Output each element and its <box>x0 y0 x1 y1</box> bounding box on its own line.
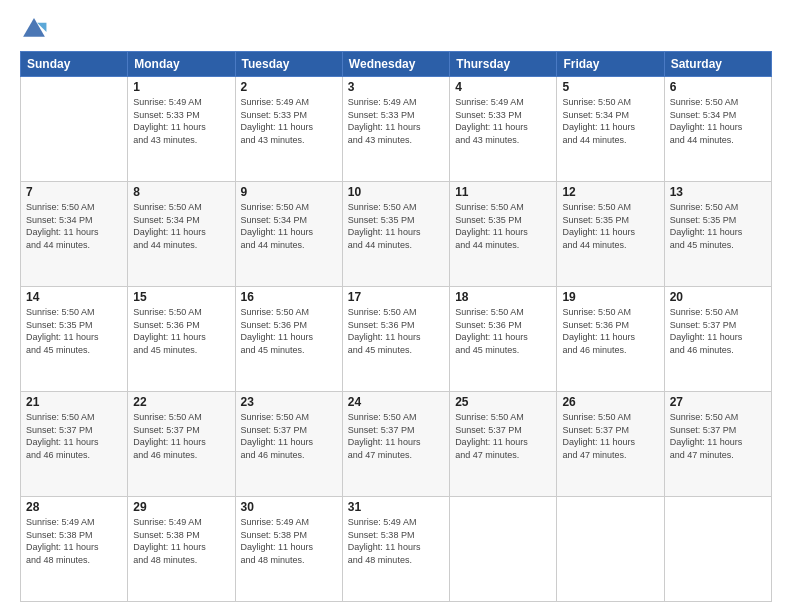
calendar-cell: 25Sunrise: 5:50 AM Sunset: 5:37 PM Dayli… <box>450 392 557 497</box>
page: SundayMondayTuesdayWednesdayThursdayFrid… <box>0 0 792 612</box>
day-number: 2 <box>241 80 337 94</box>
day-info: Sunrise: 5:50 AM Sunset: 5:35 PM Dayligh… <box>348 201 444 251</box>
calendar-week-3: 14Sunrise: 5:50 AM Sunset: 5:35 PM Dayli… <box>21 287 772 392</box>
day-info: Sunrise: 5:49 AM Sunset: 5:33 PM Dayligh… <box>133 96 229 146</box>
day-info: Sunrise: 5:50 AM Sunset: 5:36 PM Dayligh… <box>348 306 444 356</box>
day-number: 11 <box>455 185 551 199</box>
day-number: 9 <box>241 185 337 199</box>
calendar-cell: 15Sunrise: 5:50 AM Sunset: 5:36 PM Dayli… <box>128 287 235 392</box>
day-number: 1 <box>133 80 229 94</box>
day-info: Sunrise: 5:50 AM Sunset: 5:34 PM Dayligh… <box>133 201 229 251</box>
day-number: 4 <box>455 80 551 94</box>
day-number: 3 <box>348 80 444 94</box>
day-number: 12 <box>562 185 658 199</box>
day-info: Sunrise: 5:50 AM Sunset: 5:34 PM Dayligh… <box>562 96 658 146</box>
calendar-cell <box>21 77 128 182</box>
day-info: Sunrise: 5:50 AM Sunset: 5:35 PM Dayligh… <box>562 201 658 251</box>
day-info: Sunrise: 5:50 AM Sunset: 5:36 PM Dayligh… <box>241 306 337 356</box>
calendar-cell: 3Sunrise: 5:49 AM Sunset: 5:33 PM Daylig… <box>342 77 449 182</box>
day-info: Sunrise: 5:50 AM Sunset: 5:37 PM Dayligh… <box>133 411 229 461</box>
day-info: Sunrise: 5:49 AM Sunset: 5:38 PM Dayligh… <box>26 516 122 566</box>
calendar-cell: 7Sunrise: 5:50 AM Sunset: 5:34 PM Daylig… <box>21 182 128 287</box>
calendar-cell: 31Sunrise: 5:49 AM Sunset: 5:38 PM Dayli… <box>342 497 449 602</box>
calendar-cell: 11Sunrise: 5:50 AM Sunset: 5:35 PM Dayli… <box>450 182 557 287</box>
day-info: Sunrise: 5:50 AM Sunset: 5:35 PM Dayligh… <box>26 306 122 356</box>
day-info: Sunrise: 5:49 AM Sunset: 5:33 PM Dayligh… <box>455 96 551 146</box>
calendar-cell: 30Sunrise: 5:49 AM Sunset: 5:38 PM Dayli… <box>235 497 342 602</box>
calendar-cell <box>450 497 557 602</box>
calendar-week-1: 1Sunrise: 5:49 AM Sunset: 5:33 PM Daylig… <box>21 77 772 182</box>
calendar-table: SundayMondayTuesdayWednesdayThursdayFrid… <box>20 51 772 602</box>
day-info: Sunrise: 5:50 AM Sunset: 5:34 PM Dayligh… <box>241 201 337 251</box>
day-number: 27 <box>670 395 766 409</box>
calendar-cell: 13Sunrise: 5:50 AM Sunset: 5:35 PM Dayli… <box>664 182 771 287</box>
calendar-cell: 4Sunrise: 5:49 AM Sunset: 5:33 PM Daylig… <box>450 77 557 182</box>
calendar-cell: 17Sunrise: 5:50 AM Sunset: 5:36 PM Dayli… <box>342 287 449 392</box>
day-info: Sunrise: 5:50 AM Sunset: 5:37 PM Dayligh… <box>26 411 122 461</box>
calendar-cell: 8Sunrise: 5:50 AM Sunset: 5:34 PM Daylig… <box>128 182 235 287</box>
day-number: 6 <box>670 80 766 94</box>
header <box>20 15 772 43</box>
logo <box>20 15 52 43</box>
day-number: 21 <box>26 395 122 409</box>
day-number: 20 <box>670 290 766 304</box>
col-header-monday: Monday <box>128 52 235 77</box>
day-info: Sunrise: 5:49 AM Sunset: 5:33 PM Dayligh… <box>241 96 337 146</box>
calendar-cell: 6Sunrise: 5:50 AM Sunset: 5:34 PM Daylig… <box>664 77 771 182</box>
day-info: Sunrise: 5:50 AM Sunset: 5:36 PM Dayligh… <box>562 306 658 356</box>
calendar-cell: 22Sunrise: 5:50 AM Sunset: 5:37 PM Dayli… <box>128 392 235 497</box>
day-number: 31 <box>348 500 444 514</box>
header-row: SundayMondayTuesdayWednesdayThursdayFrid… <box>21 52 772 77</box>
day-number: 25 <box>455 395 551 409</box>
day-info: Sunrise: 5:50 AM Sunset: 5:36 PM Dayligh… <box>133 306 229 356</box>
day-info: Sunrise: 5:49 AM Sunset: 5:38 PM Dayligh… <box>348 516 444 566</box>
calendar-cell: 19Sunrise: 5:50 AM Sunset: 5:36 PM Dayli… <box>557 287 664 392</box>
day-number: 23 <box>241 395 337 409</box>
day-number: 29 <box>133 500 229 514</box>
col-header-tuesday: Tuesday <box>235 52 342 77</box>
calendar-week-5: 28Sunrise: 5:49 AM Sunset: 5:38 PM Dayli… <box>21 497 772 602</box>
day-number: 22 <box>133 395 229 409</box>
day-number: 14 <box>26 290 122 304</box>
calendar-week-2: 7Sunrise: 5:50 AM Sunset: 5:34 PM Daylig… <box>21 182 772 287</box>
calendar-cell: 24Sunrise: 5:50 AM Sunset: 5:37 PM Dayli… <box>342 392 449 497</box>
calendar-cell: 16Sunrise: 5:50 AM Sunset: 5:36 PM Dayli… <box>235 287 342 392</box>
calendar-cell <box>664 497 771 602</box>
day-number: 13 <box>670 185 766 199</box>
day-number: 16 <box>241 290 337 304</box>
day-number: 19 <box>562 290 658 304</box>
day-number: 18 <box>455 290 551 304</box>
calendar-cell: 21Sunrise: 5:50 AM Sunset: 5:37 PM Dayli… <box>21 392 128 497</box>
logo-icon <box>20 15 48 43</box>
day-info: Sunrise: 5:49 AM Sunset: 5:38 PM Dayligh… <box>241 516 337 566</box>
day-info: Sunrise: 5:50 AM Sunset: 5:37 PM Dayligh… <box>348 411 444 461</box>
calendar-week-4: 21Sunrise: 5:50 AM Sunset: 5:37 PM Dayli… <box>21 392 772 497</box>
calendar-cell: 23Sunrise: 5:50 AM Sunset: 5:37 PM Dayli… <box>235 392 342 497</box>
calendar-cell: 1Sunrise: 5:49 AM Sunset: 5:33 PM Daylig… <box>128 77 235 182</box>
col-header-sunday: Sunday <box>21 52 128 77</box>
calendar-cell: 10Sunrise: 5:50 AM Sunset: 5:35 PM Dayli… <box>342 182 449 287</box>
day-number: 17 <box>348 290 444 304</box>
day-info: Sunrise: 5:50 AM Sunset: 5:37 PM Dayligh… <box>562 411 658 461</box>
day-info: Sunrise: 5:50 AM Sunset: 5:34 PM Dayligh… <box>26 201 122 251</box>
day-number: 10 <box>348 185 444 199</box>
day-number: 28 <box>26 500 122 514</box>
day-number: 7 <box>26 185 122 199</box>
day-number: 8 <box>133 185 229 199</box>
calendar-cell: 2Sunrise: 5:49 AM Sunset: 5:33 PM Daylig… <box>235 77 342 182</box>
calendar-cell: 29Sunrise: 5:49 AM Sunset: 5:38 PM Dayli… <box>128 497 235 602</box>
calendar-cell: 9Sunrise: 5:50 AM Sunset: 5:34 PM Daylig… <box>235 182 342 287</box>
day-number: 15 <box>133 290 229 304</box>
day-info: Sunrise: 5:49 AM Sunset: 5:33 PM Dayligh… <box>348 96 444 146</box>
calendar-cell: 12Sunrise: 5:50 AM Sunset: 5:35 PM Dayli… <box>557 182 664 287</box>
day-number: 5 <box>562 80 658 94</box>
day-info: Sunrise: 5:50 AM Sunset: 5:34 PM Dayligh… <box>670 96 766 146</box>
col-header-friday: Friday <box>557 52 664 77</box>
calendar-cell: 27Sunrise: 5:50 AM Sunset: 5:37 PM Dayli… <box>664 392 771 497</box>
day-number: 30 <box>241 500 337 514</box>
col-header-saturday: Saturday <box>664 52 771 77</box>
calendar-cell: 14Sunrise: 5:50 AM Sunset: 5:35 PM Dayli… <box>21 287 128 392</box>
day-info: Sunrise: 5:49 AM Sunset: 5:38 PM Dayligh… <box>133 516 229 566</box>
day-number: 24 <box>348 395 444 409</box>
calendar-cell: 26Sunrise: 5:50 AM Sunset: 5:37 PM Dayli… <box>557 392 664 497</box>
